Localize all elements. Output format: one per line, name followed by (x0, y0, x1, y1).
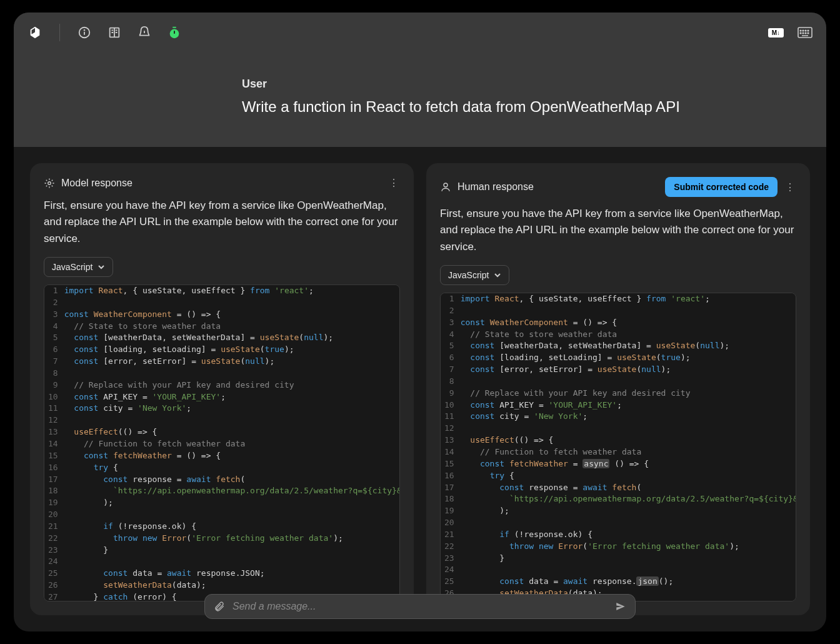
code-line: 16 try { (44, 462, 400, 474)
code-line: 18 `https://api.openweathermap.org/data/… (441, 493, 796, 505)
code-line: 18 `https://api.openweathermap.org/data/… (44, 485, 400, 497)
code-line: 22 throw new Error('Error fetching weath… (441, 541, 796, 553)
code-line: 13 useEffect(() => { (44, 426, 400, 438)
info-icon[interactable] (76, 24, 93, 41)
code-line: 1import React, { useState, useEffect } f… (441, 293, 796, 305)
svg-point-18 (800, 33, 801, 34)
code-line: 10 const API_KEY = 'YOUR_API_KEY'; (44, 391, 400, 403)
prompt-section: User Write a function in React to fetch … (14, 53, 826, 147)
sparkle-icon (44, 178, 55, 189)
code-line: 24 (44, 556, 400, 568)
code-line: 11 const city = 'New York'; (44, 403, 400, 415)
prompt-text: Write a function in React to fetch data … (242, 98, 817, 116)
submit-corrected-code-button[interactable]: Submit corrected code (665, 177, 778, 197)
code-line: 22 throw new Error('Error fetching weath… (44, 533, 400, 545)
code-line: 21 if (!response.ok) { (441, 529, 796, 541)
chevron-down-icon (494, 271, 501, 279)
chat-input-bar (204, 594, 636, 619)
code-line: 3const WeatherComponent = () => { (44, 309, 400, 321)
code-line: 2 (44, 297, 400, 309)
markdown-badge[interactable]: M↓ (768, 28, 784, 38)
code-line: 15 const fetchWeather = () => { (44, 450, 400, 462)
code-line: 14 // Function to fetch weather data (44, 438, 400, 450)
more-icon[interactable]: ⋮ (388, 177, 400, 189)
code-line: 25 const data = await response.json(); (441, 576, 796, 588)
person-icon (440, 181, 451, 193)
code-line: 9 // Replace with your API key and desir… (441, 388, 796, 400)
keyboard-icon[interactable] (796, 24, 814, 41)
code-line: 5 const [weatherData, setWeatherData] = … (441, 340, 796, 352)
code-line: 25 const data = await response.JSON; (44, 568, 400, 580)
code-line: 19 ); (44, 497, 400, 509)
svg-point-17 (808, 30, 809, 31)
code-line: 4 // State to store weather data (44, 321, 400, 333)
alert-icon[interactable] (136, 24, 153, 41)
svg-point-21 (808, 33, 809, 34)
code-line: 20 (441, 517, 796, 529)
svg-point-24 (444, 183, 448, 187)
code-line: 4 // State to store weather data (441, 329, 796, 341)
panel-title: Model response (61, 178, 132, 189)
code-line: 24 (441, 564, 796, 576)
svg-point-2 (84, 30, 85, 31)
code-editor-human[interactable]: 1import React, { useState, useEffect } f… (440, 293, 796, 601)
send-icon[interactable] (615, 601, 626, 612)
code-line: 14 // Function to fetch weather data (441, 446, 796, 458)
code-line: 6 const [loading, setLoading] = useState… (441, 352, 796, 364)
code-line: 15 const fetchWeather = async () => { (441, 458, 796, 470)
panel-description: First, ensure you have the API key from … (44, 198, 400, 247)
code-line: 23 } (441, 553, 796, 565)
code-line: 13 useEffect(() => { (441, 435, 796, 446)
code-line: 20 (44, 509, 400, 521)
svg-point-16 (805, 30, 806, 31)
code-line: 6 const [loading, setLoading] = useState… (44, 344, 400, 356)
book-icon[interactable] (106, 24, 123, 41)
code-line: 26 setWeatherData(data); (44, 580, 400, 591)
topbar-divider (59, 24, 60, 41)
language-select[interactable]: JavaScript (440, 265, 509, 285)
svg-point-15 (802, 30, 804, 31)
code-line: 21 if (!response.ok) { (44, 521, 400, 533)
code-line: 17 const response = await fetch( (441, 482, 796, 494)
svg-rect-12 (174, 31, 175, 34)
svg-point-23 (48, 181, 51, 184)
code-line: 11 const city = 'New York'; (441, 411, 796, 423)
code-editor-model[interactable]: 1import React, { useState, useEffect } f… (44, 284, 400, 601)
code-line: 17 const response = await fetch( (44, 474, 400, 486)
svg-point-14 (800, 30, 801, 31)
code-line: 3const WeatherComponent = () => { (441, 317, 796, 329)
attach-icon[interactable] (214, 601, 225, 612)
code-line: 10 const API_KEY = 'YOUR_API_KEY'; (441, 400, 796, 411)
code-line: 8 (44, 368, 400, 380)
code-line: 9 // Replace with your API key and desir… (44, 380, 400, 391)
code-line: 7 const [error, setError] = useState(nul… (441, 364, 796, 376)
code-line: 2 (441, 305, 796, 317)
language-select[interactable]: JavaScript (44, 257, 113, 277)
logo-icon[interactable] (26, 24, 44, 41)
code-line: 23 } (44, 545, 400, 556)
svg-point-20 (805, 33, 806, 34)
chat-input[interactable] (232, 601, 608, 612)
code-line: 5 const [weatherData, setWeatherData] = … (44, 332, 400, 344)
chevron-down-icon (98, 263, 105, 271)
prompt-role-label: User (242, 78, 817, 91)
code-line: 1import React, { useState, useEffect } f… (44, 285, 400, 297)
svg-rect-10 (172, 27, 176, 28)
code-line: 19 ); (441, 505, 796, 517)
code-line: 16 try { (441, 470, 796, 482)
language-label: JavaScript (448, 270, 489, 280)
code-line: 12 (44, 415, 400, 426)
code-line: 12 (441, 423, 796, 435)
panel-title: Human response (458, 181, 534, 193)
code-line: 7 const [error, setError] = useState(nul… (44, 356, 400, 368)
svg-point-19 (802, 33, 804, 34)
human-response-panel: Human response Submit corrected code ⋮ F… (426, 163, 810, 615)
model-response-panel: Model response ⋮ First, ensure you have … (30, 163, 414, 615)
more-icon[interactable]: ⋮ (784, 181, 796, 193)
timer-icon[interactable] (166, 24, 183, 41)
language-label: JavaScript (52, 262, 92, 272)
code-line: 8 (441, 376, 796, 388)
panel-description: First, ensure you have the API key from … (440, 206, 796, 255)
topbar: M↓ (14, 13, 826, 53)
